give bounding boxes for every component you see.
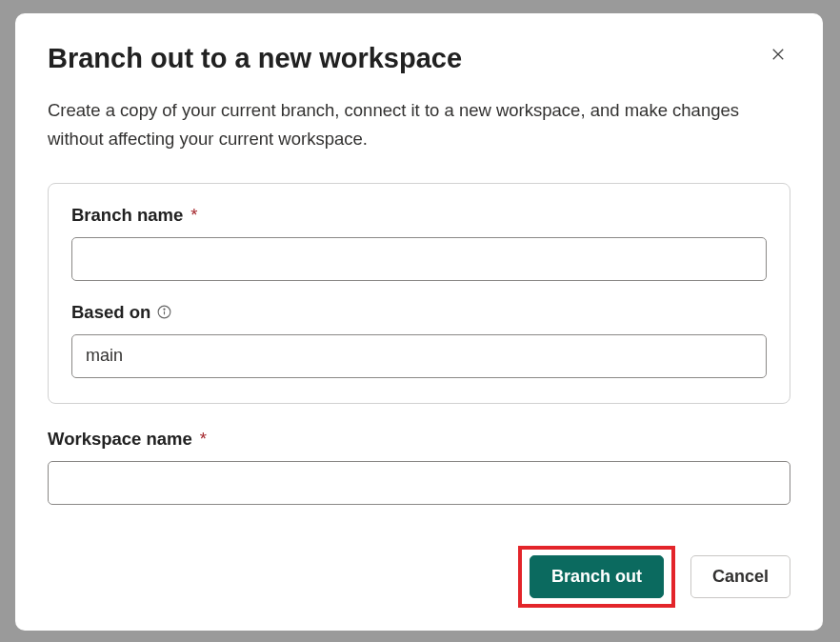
dialog-footer: Branch out Cancel <box>48 546 790 608</box>
cancel-button[interactable]: Cancel <box>690 555 790 598</box>
close-icon <box>770 46 787 66</box>
branch-name-input[interactable] <box>71 237 767 281</box>
branch-form-card: Branch name * Based on <box>48 183 790 404</box>
branch-out-button[interactable]: Branch out <box>530 555 664 598</box>
close-button[interactable] <box>766 42 790 70</box>
dialog-description: Create a copy of your current branch, co… <box>48 96 790 154</box>
based-on-label: Based on <box>71 302 767 323</box>
required-marker: * <box>190 205 197 226</box>
branch-name-label: Branch name * <box>71 205 767 226</box>
info-icon[interactable] <box>156 304 172 320</box>
dialog-title: Branch out to a new workspace <box>48 42 462 75</box>
workspace-name-group: Workspace name * <box>48 429 790 505</box>
highlight-box: Branch out <box>518 546 675 608</box>
workspace-name-label: Workspace name * <box>48 429 790 450</box>
dialog-header: Branch out to a new workspace <box>48 42 790 75</box>
svg-point-4 <box>164 309 165 310</box>
based-on-group: Based on <box>71 302 767 378</box>
branch-out-dialog: Branch out to a new workspace Create a c… <box>15 13 823 631</box>
required-marker: * <box>200 429 207 450</box>
based-on-input[interactable] <box>71 334 767 378</box>
branch-name-group: Branch name * <box>71 205 767 281</box>
workspace-name-input[interactable] <box>48 461 790 505</box>
